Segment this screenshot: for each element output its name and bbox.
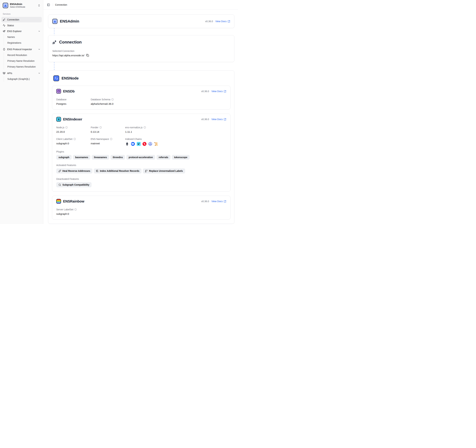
info-icon[interactable] (111, 98, 114, 101)
chevrons-up-down-icon[interactable] (38, 4, 40, 7)
sidebar-item-primary-names-resolution[interactable]: Primary Names Resolution (6, 64, 42, 69)
connection-url: https://api.alpha.ensnode.io/ (52, 54, 84, 57)
ensdb-version: v0.36.0 (201, 90, 209, 93)
ensrainbow-logo-icon (56, 199, 61, 204)
sidebar: ENSAdmin Select ENSNode Services Connect… (0, 0, 43, 224)
plug-zap-icon (3, 18, 6, 21)
ensindexer-card-title: ENSIndexer (63, 117, 82, 121)
ensdb-card-title: ENSDb (63, 89, 75, 93)
plugin-chip: lineanames (92, 155, 109, 160)
feature-chip-index-additional-resolver-records: Index Additional Resolver Records (94, 168, 142, 173)
sidebar-item-label: ENS Explorer (7, 30, 22, 33)
plugin-chip: basenames (73, 155, 90, 160)
info-icon[interactable] (74, 138, 76, 140)
sidebar-item-primary-name-resolution[interactable]: Primary Name Resolution (6, 58, 42, 64)
sidebar-item-registrations[interactable]: Registrations (6, 40, 42, 46)
sidebar-item-status[interactable]: Status (1, 23, 42, 28)
feature-chip-label: Subgraph Compatibility (62, 184, 89, 186)
sidebar-item-label: Primary Name Resolution (7, 60, 35, 62)
base-chain-icon (131, 142, 135, 146)
sidebar-item-ens-protocol-inspector[interactable]: ENS Protocol Inspector (1, 46, 42, 52)
ens-namespace-label: ENS Namespace (91, 138, 109, 140)
connection-card-title: Connection (59, 40, 82, 45)
sidebar-item-label: Names (7, 36, 15, 38)
app-name: ENSAdmin (10, 3, 36, 6)
plugins-label: Plugins (56, 150, 226, 153)
card-connector-line (54, 28, 54, 35)
ens-namespace-field: ENS Namespace mainnet (91, 138, 112, 145)
sidebar-group-label: Services (1, 10, 42, 17)
ensindexer-view-docs-link[interactable]: View Docs (211, 118, 226, 121)
ensindexer-card: ENSIndexer v0.36.0 View Docs Node.js (52, 114, 231, 192)
ponder-value: 0.13.14 (91, 130, 102, 133)
indexed-chains-field: Indexed Chains (125, 138, 158, 146)
ensadmin-view-docs-link[interactable]: View Docs (215, 20, 230, 23)
plugin-chip: subgraph (56, 155, 72, 160)
server-labelset-field: Server LabelSet subgraph:0 (56, 208, 226, 215)
view-docs-label: View Docs (211, 200, 223, 203)
apis-submenu: Subgraph (GraphQL) (4, 76, 42, 82)
database-schema-label: Database Schema (91, 98, 110, 101)
ensrainbow-version: v0.36.0 (201, 200, 209, 203)
circuit-board-icon (57, 118, 60, 121)
sidebar-item-apis[interactable]: APIs (1, 70, 42, 76)
plugin-chip: protocol-acceleration (126, 155, 155, 160)
ens-normalize-label: ens-normalize.js (125, 126, 142, 129)
sidebar-item-subgraph-graphql[interactable]: Subgraph (GraphQL) (6, 76, 42, 82)
content: ENSAdmin v0.36.0 View Docs Connection Se… (43, 10, 238, 224)
optimism-chain-icon (142, 142, 147, 146)
sidebar-item-names[interactable]: Names (6, 34, 42, 40)
radio-tower-icon (3, 72, 6, 75)
database-value: Postgres (56, 102, 67, 105)
info-icon[interactable] (144, 126, 146, 129)
ensrainbow-view-docs-link[interactable]: View Docs (211, 200, 226, 203)
ensadmin-card: ENSAdmin v0.36.0 View Docs (48, 15, 234, 28)
info-icon[interactable] (110, 138, 112, 140)
copy-icon (86, 54, 89, 57)
chevron-down-icon (38, 48, 40, 51)
app-subtitle: Select ENSNode (10, 6, 36, 8)
ensdb-view-docs-link[interactable]: View Docs (211, 90, 226, 93)
ens-explorer-submenu: Names Registrations (4, 34, 42, 46)
ensnode-logo-icon (53, 75, 59, 81)
plugin-chip: tokenscope (172, 155, 190, 160)
ponder-field: Ponder 0.13.14 (91, 126, 102, 133)
selected-connection-label: Selected Connection (52, 50, 230, 52)
sidebar-item-ens-explorer[interactable]: ENS Explorer (1, 29, 42, 34)
view-docs-label: View Docs (211, 90, 223, 93)
sidebar-item-label: ENS Protocol Inspector (7, 48, 32, 51)
arbitrum-chain-icon (148, 142, 152, 146)
ensindexer-version: v0.36.0 (201, 118, 209, 121)
chevron-down-icon (38, 72, 40, 74)
app-switcher[interactable]: ENSAdmin Select ENSNode (1, 1, 42, 10)
sidebar-toggle-button[interactable] (46, 2, 51, 7)
sidebar-item-label: APIs (7, 72, 12, 75)
info-icon[interactable] (65, 126, 68, 129)
main-area: Connection ENSAdmin v0.36.0 View D (43, 0, 238, 224)
database-plus-icon (96, 170, 99, 172)
client-labelset-label: Client LabelSet (56, 138, 73, 140)
feature-chip-label: Index Additional Resolver Records (100, 170, 139, 172)
nodejs-field: Node.js 22.20.0 (56, 126, 68, 133)
ensdb-card: ENSDb v0.36.0 View Docs Database Postgre… (52, 86, 231, 109)
info-icon[interactable] (74, 208, 77, 211)
ensindexer-logo-icon (56, 117, 61, 122)
copy-url-button[interactable] (86, 54, 89, 57)
search-icon (58, 184, 61, 186)
ens-protocol-inspector-submenu: Record Resolution Primary Name Resolutio… (4, 52, 42, 69)
linea-chain-icon (137, 142, 141, 146)
ensadmin-version: v0.36.0 (205, 20, 213, 23)
sidebar-item-connection[interactable]: Connection (1, 17, 42, 22)
link-icon (58, 170, 61, 172)
plugins-row: subgraph basenames lineanames threedns p… (56, 155, 226, 160)
replace-icon (145, 170, 148, 172)
info-icon[interactable] (99, 126, 102, 129)
sidebar-item-label: Record Resolution (7, 54, 27, 57)
view-docs-label: View Docs (211, 118, 223, 121)
feature-chip-label: Heal Reverse Addresses (62, 170, 90, 172)
sidebar-item-record-resolution[interactable]: Record Resolution (6, 52, 42, 58)
sidebar-item-label: Registrations (7, 41, 21, 44)
ens-normalize-value: 1.11.1 (125, 130, 146, 133)
ensnode-card: ENSNode ENSDb v0.36.0 View Docs (48, 70, 234, 224)
feature-chip-label: Replace Unnormalized Labels (149, 170, 183, 172)
